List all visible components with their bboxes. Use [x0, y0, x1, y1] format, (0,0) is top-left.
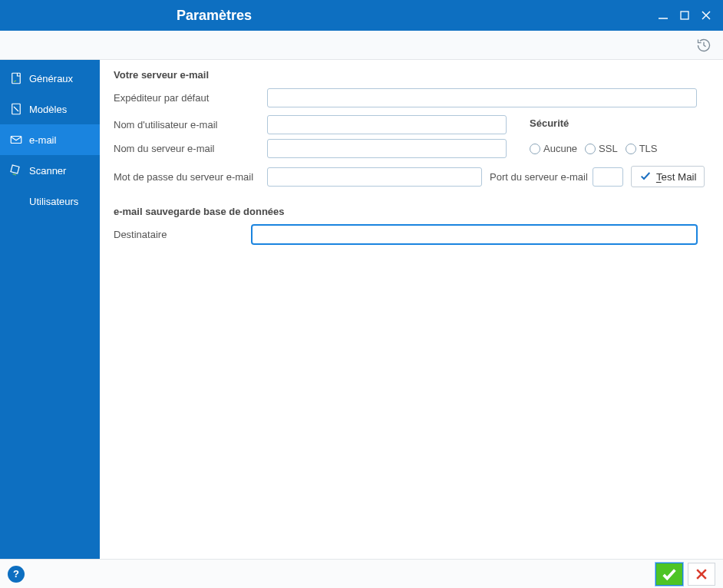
- help-button[interactable]: ?: [8, 566, 25, 583]
- radio-label-tls: TLS: [639, 143, 658, 154]
- password-input[interactable]: [267, 167, 482, 187]
- sidebar-item-email[interactable]: e-mail: [0, 124, 100, 155]
- security-block: Sécurité: [530, 117, 569, 132]
- servername-label: Nom du serveur e-mail: [114, 143, 267, 154]
- check-icon: [639, 170, 652, 184]
- sidebar-item-label: Modèles: [29, 104, 100, 115]
- row-default-sender: Expéditeur par défaut: [114, 88, 709, 107]
- close-button[interactable]: [695, 5, 717, 26]
- sidebar-item-label: Généraux: [29, 73, 100, 84]
- sidebar-item-generaux[interactable]: Généraux: [0, 63, 100, 94]
- template-icon: [8, 101, 25, 117]
- svg-rect-7: [11, 137, 21, 144]
- row-recipient: Destinataire: [114, 225, 709, 244]
- svg-rect-4: [12, 73, 21, 84]
- titlebar: Paramètres: [0, 0, 723, 31]
- content-pane: Votre serveur e-mail Expéditeur par défa…: [100, 60, 723, 559]
- sidebar-item-utilisateurs[interactable]: Utilisateurs: [0, 186, 100, 216]
- window-title: Paramètres: [0, 8, 652, 24]
- backup-section: e-mail sauvegarde base de données Destin…: [114, 206, 709, 244]
- port-label: Port du serveur e-mail: [490, 171, 588, 183]
- check-icon: [660, 566, 678, 583]
- server-section-title: Votre serveur e-mail: [114, 69, 709, 81]
- radio-security-tls[interactable]: TLS: [626, 143, 658, 154]
- radio-label-none: Aucune: [543, 143, 577, 154]
- mail-icon: [8, 131, 25, 148]
- toolbar: [0, 31, 723, 60]
- cancel-button[interactable]: [688, 563, 715, 586]
- svg-line-6: [14, 107, 18, 111]
- backup-section-title: e-mail sauvegarde base de données: [114, 206, 709, 217]
- sidebar-item-scanner[interactable]: Scanner: [0, 155, 100, 186]
- scanner-icon: [8, 162, 25, 179]
- radio-icon: [585, 144, 596, 154]
- sidebar-item-modeles[interactable]: Modèles: [0, 94, 100, 124]
- document-icon: [8, 70, 25, 87]
- svg-rect-8: [11, 165, 19, 173]
- history-button[interactable]: [694, 35, 714, 55]
- default-sender-label: Expéditeur par défaut: [114, 92, 267, 104]
- password-label: Mot de passe du serveur e-mail: [114, 171, 267, 183]
- radio-security-none[interactable]: Aucune: [530, 143, 577, 154]
- minimize-button[interactable]: [652, 5, 674, 26]
- help-icon: ?: [13, 568, 19, 580]
- radio-icon: [626, 144, 636, 154]
- security-radio-row: Aucune SSL TLS: [530, 143, 661, 154]
- row-servername: Nom du serveur e-mail Aucune SSL TLS: [114, 139, 709, 158]
- radio-icon: [530, 144, 540, 154]
- recipient-label: Destinataire: [114, 229, 252, 240]
- username-input[interactable]: [267, 115, 507, 134]
- close-icon: [701, 10, 711, 21]
- radio-security-ssl[interactable]: SSL: [585, 143, 618, 154]
- sidebar-item-label: Utilisateurs: [29, 196, 100, 207]
- footer: ?: [0, 559, 723, 588]
- username-label: Nom d'utilisateur e-mail: [114, 119, 267, 130]
- maximize-button[interactable]: [674, 5, 695, 26]
- test-mail-label: Test Mail: [656, 171, 697, 183]
- accept-button[interactable]: [655, 563, 683, 586]
- default-sender-input[interactable]: [267, 88, 697, 107]
- sidebar: Généraux Modèles e-mail Scanner Utilisat…: [0, 60, 100, 559]
- row-password: Mot de passe du serveur e-mail Port du s…: [114, 166, 709, 187]
- sidebar-item-label: e-mail: [29, 134, 100, 146]
- history-icon: [696, 38, 711, 53]
- port-input[interactable]: [593, 167, 623, 187]
- minimize-icon: [658, 10, 669, 21]
- radio-label-ssl: SSL: [599, 143, 618, 154]
- svg-rect-1: [681, 12, 688, 19]
- close-icon: [694, 567, 709, 582]
- servername-input[interactable]: [267, 139, 507, 158]
- maximize-icon: [679, 10, 690, 21]
- security-title: Sécurité: [530, 117, 569, 129]
- sidebar-item-label: Scanner: [29, 165, 100, 177]
- row-username: Nom d'utilisateur e-mail Sécurité: [114, 115, 709, 134]
- test-mail-button[interactable]: Test Mail: [631, 166, 705, 187]
- recipient-input[interactable]: [252, 225, 697, 244]
- main: Généraux Modèles e-mail Scanner Utilisat…: [0, 60, 723, 559]
